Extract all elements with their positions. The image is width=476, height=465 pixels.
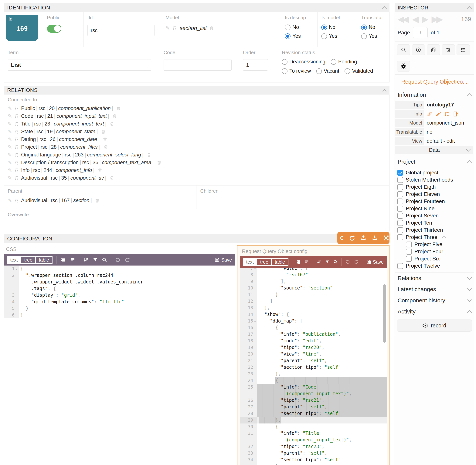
delete-icon[interactable] <box>109 122 114 127</box>
code-line[interactable]: 8 "rsc167" <box>240 272 387 278</box>
code-line[interactable]: 21 "parent": "self", <box>240 358 387 364</box>
list-button[interactable] <box>456 44 470 55</box>
code-line[interactable]: .tags": { <box>4 285 235 292</box>
section-header-latest-changes[interactable]: Latest changes <box>395 284 474 295</box>
data-row[interactable]: Data <box>395 146 473 154</box>
debug-button[interactable] <box>397 61 410 72</box>
project-section-header[interactable]: Project <box>395 156 474 167</box>
code-line[interactable]: 28 "section_tipo": "self" <box>240 410 387 417</box>
rqo-editor-body[interactable]: 7⌄ "value": [8 "rsc167"9 ],10 "source": … <box>240 268 387 465</box>
code-line[interactable]: 13 }, <box>240 305 387 311</box>
edit-icon[interactable]: ✎ <box>8 144 12 150</box>
delete-icon[interactable] <box>95 198 100 203</box>
tree-icon[interactable] <box>14 129 19 134</box>
checkbox[interactable] <box>397 170 403 176</box>
checkbox[interactable] <box>397 234 403 240</box>
project-checkbox-project-eigth[interactable]: Project Eigth <box>397 183 471 190</box>
code-line[interactable]: 20 "view": "line", <box>240 351 387 358</box>
last-record-icon[interactable]: ▶▶ <box>432 14 441 24</box>
project-checkbox-project-six[interactable]: Project Six <box>397 255 471 262</box>
code-line[interactable]: 16⌄ { <box>240 324 387 331</box>
tree-icon[interactable] <box>14 114 19 119</box>
delete-icon[interactable] <box>103 137 108 142</box>
edit-icon[interactable]: ✎ <box>8 175 12 181</box>
activity-section-header[interactable]: Activity <box>395 306 474 317</box>
prev-record-icon[interactable]: ◀ <box>412 14 417 24</box>
code-line[interactable]: 5 } <box>4 305 235 312</box>
first-record-icon[interactable]: ◀◀ <box>398 14 407 24</box>
collapse-relations-icon[interactable] <box>382 89 387 93</box>
delete-button[interactable] <box>442 44 455 55</box>
edit-icon[interactable]: ✎ <box>8 198 12 204</box>
relation-item[interactable]: ✎Public|rsc|20|component_publication| <box>8 105 386 112</box>
record-button[interactable]: record <box>397 319 472 332</box>
tree-icon[interactable] <box>14 160 19 165</box>
project-checkbox-stolen-motherhoods[interactable]: Stolen Motherhoods <box>397 176 471 183</box>
expand-icon[interactable] <box>383 235 389 241</box>
tree-icon[interactable] <box>14 145 19 150</box>
edit-icon[interactable]: ✎ <box>8 121 12 127</box>
collapse-identification-icon[interactable] <box>382 6 387 11</box>
edit-model-icon[interactable]: ✎ <box>166 25 170 31</box>
code-line[interactable]: 25 "info": "Code <box>240 384 387 391</box>
code-line[interactable]: 19 "tipo": "rsc20", <box>240 344 387 351</box>
tree-icon[interactable] <box>172 26 177 31</box>
edit-doc-icon[interactable] <box>453 111 458 117</box>
tree-icon[interactable] <box>14 168 19 173</box>
edit-icon[interactable]: ✎ <box>8 152 12 158</box>
undo-icon[interactable] <box>345 259 350 265</box>
tab-table[interactable]: table <box>36 257 52 263</box>
code-line[interactable]: 7⌄ "value": [ <box>240 268 387 272</box>
redo-icon[interactable] <box>354 259 358 265</box>
code-line[interactable]: 18 "mode": "edit", <box>240 338 387 344</box>
share-split-icon[interactable] <box>338 235 344 241</box>
css-editor-body[interactable]: 1⌄{2⌄ ".wrapper_section .column_rsc244 .… <box>4 265 235 465</box>
code-line[interactable]: 22 "section_tipo": "self" <box>240 364 387 371</box>
delete-icon[interactable] <box>103 145 108 150</box>
save-button[interactable]: Save <box>366 259 384 265</box>
information-section-header[interactable]: Information <box>395 89 474 100</box>
radio-option-no[interactable]: No <box>321 24 354 30</box>
code-line[interactable]: 14⌄ "show": { <box>240 311 387 318</box>
collapse-project-three-icon[interactable] <box>442 236 446 240</box>
tree-icon[interactable] <box>14 121 19 127</box>
filter-icon[interactable] <box>325 259 329 264</box>
code-line[interactable]: 4 "grid-template-columns": "1fr 1fr" <box>4 298 235 305</box>
code-line[interactable]: 29 }, <box>240 417 387 423</box>
radio-option-yes[interactable]: Yes <box>285 33 314 39</box>
order-input[interactable] <box>243 59 268 71</box>
delete-icon[interactable] <box>112 114 117 119</box>
radio-pending[interactable]: Pending <box>331 59 357 65</box>
delete-icon[interactable] <box>116 106 121 111</box>
checkbox[interactable] <box>406 256 412 262</box>
relation-item[interactable]: ✎Description / transcription|rsc|36|comp… <box>8 159 386 167</box>
project-checkbox-project-nine[interactable]: Project Nine <box>397 205 471 212</box>
tab-tree[interactable]: tree <box>21 257 36 263</box>
relation-item[interactable]: ✎Code|rsc|21|component_input_text| <box>8 112 386 120</box>
code-line[interactable]: 3 "display": "grid", <box>4 292 235 298</box>
checkbox[interactable] <box>406 242 412 247</box>
project-checkbox-project-eleven[interactable]: Project Eleven <box>397 190 471 198</box>
tree-icon[interactable] <box>14 176 19 181</box>
rqo-scrollbar[interactable] <box>383 284 386 343</box>
code-line[interactable]: 1⌄{ <box>4 265 235 272</box>
project-checkbox-project-thirteen[interactable]: Project Thirteen <box>397 226 471 234</box>
radio-vacant[interactable]: Vacant <box>316 68 339 74</box>
code-line[interactable]: (component_input_text)", <box>240 437 387 443</box>
edit-icon[interactable]: ✎ <box>8 160 12 166</box>
delete-icon[interactable] <box>109 176 114 181</box>
radio-option-yes[interactable]: Yes <box>321 33 354 39</box>
section-header-component-history[interactable]: Component history <box>395 295 474 306</box>
code-line[interactable]: 11 } <box>240 291 387 298</box>
checkbox[interactable] <box>397 206 403 211</box>
sort-icon[interactable] <box>317 259 321 265</box>
search-icon[interactable] <box>102 257 107 263</box>
checkbox[interactable] <box>397 213 403 219</box>
code-line[interactable]: 15⌄ "ddo_map": [ <box>240 318 387 324</box>
reset-icon[interactable] <box>349 235 355 241</box>
checkbox[interactable] <box>397 263 403 269</box>
radio-option-no[interactable]: No <box>361 24 386 30</box>
radio-validated[interactable]: Validated <box>344 68 373 74</box>
code-line[interactable]: 24⌄ { <box>240 377 387 384</box>
relation-item[interactable]: ✎Audiovisual|rsc|167|section| <box>8 197 192 204</box>
